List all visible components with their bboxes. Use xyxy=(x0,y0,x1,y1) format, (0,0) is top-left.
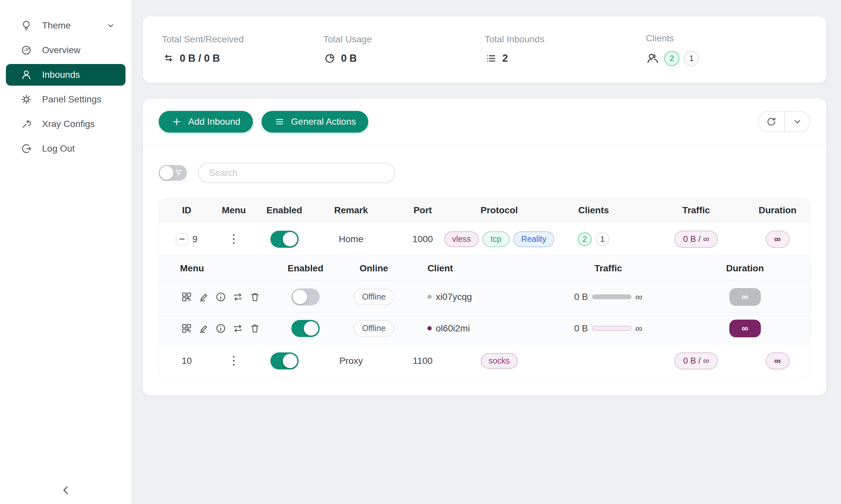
client-duration-pill[interactable]: ∞ xyxy=(729,288,761,306)
stat-label: Total Sent/Received xyxy=(162,34,323,44)
col-header-enabled: Enabled xyxy=(253,205,315,216)
plus-icon xyxy=(171,116,182,127)
stat-value: 0 B xyxy=(341,53,357,64)
refresh-button[interactable] xyxy=(758,112,784,131)
col-header-menu: Menu xyxy=(214,205,253,216)
stat-total-sent-received: Total Sent/Received 0 B / 0 B xyxy=(162,34,323,65)
sidebar-item-label: Theme xyxy=(42,20,96,31)
inbound-port: 1100 xyxy=(387,356,459,366)
sidebar-collapse-button[interactable] xyxy=(0,483,132,498)
online-status-badge: Offline xyxy=(354,320,394,337)
sidebar-item-xray-configs[interactable]: Xray Configs xyxy=(6,113,125,135)
inbounds-table: ID Menu Enabled Remark Port Protocol Cli… xyxy=(159,198,810,378)
refresh-options-button[interactable] xyxy=(784,112,810,131)
edit-icon[interactable] xyxy=(197,322,210,335)
edit-icon[interactable] xyxy=(197,290,210,304)
client-traffic-used: 0 B xyxy=(574,323,588,334)
client-row-ol60i2mi: Offline ol60i2mi 0 B ∞ ∞ xyxy=(159,312,810,344)
client-traffic-used: 0 B xyxy=(574,292,588,302)
col-header-enabled: Enabled xyxy=(270,263,341,274)
chevron-down-icon xyxy=(105,20,116,31)
row-menu-button[interactable] xyxy=(231,354,237,367)
stat-value: 2 xyxy=(502,53,508,64)
toolbar: Add Inbound General Actions xyxy=(143,111,826,132)
stats-card: Total Sent/Received 0 B / 0 B Total Usag… xyxy=(143,16,826,83)
stat-clients: Clients 2 1 xyxy=(646,33,807,66)
hamburger-icon xyxy=(274,116,285,127)
col-header-duration: Duration xyxy=(680,263,810,274)
repeat-icon[interactable] xyxy=(231,290,244,304)
chevron-left-icon xyxy=(58,483,73,498)
sidebar-item-label: Overview xyxy=(42,45,116,55)
col-header-clients: Clients xyxy=(540,205,647,216)
row-menu-button[interactable] xyxy=(231,232,237,246)
search-row xyxy=(143,146,826,183)
col-header-id: ID xyxy=(159,205,214,216)
stat-label: Total Inbounds xyxy=(484,34,646,44)
traffic-pill: 0 B / ∞ xyxy=(674,353,718,370)
traffic-progress-bar xyxy=(592,294,631,299)
client-traffic-cap: ∞ xyxy=(635,323,642,334)
clients-icon xyxy=(646,52,660,65)
client-enabled-toggle[interactable] xyxy=(291,320,320,337)
sidebar-item-log-out[interactable]: Log Out xyxy=(6,138,125,160)
clients-online-badge: 2 xyxy=(578,232,591,246)
protocol-tag-tcp: tcp xyxy=(483,231,509,247)
duration-pill[interactable]: ∞ xyxy=(766,231,789,248)
logout-icon xyxy=(20,142,33,155)
search-input[interactable] xyxy=(198,163,395,183)
toggle-knob xyxy=(160,166,173,180)
bulb-icon xyxy=(20,19,33,32)
speedometer-icon xyxy=(20,43,33,57)
inbound-row-10: 10 Proxy 1100 socks 0 B / ∞ ∞ xyxy=(159,344,810,377)
qr-code-icon[interactable] xyxy=(180,290,193,304)
stat-value: 0 B / 0 B xyxy=(180,53,220,64)
clients-total-badge: 1 xyxy=(596,232,610,246)
protocol-tag-vless: vless xyxy=(444,231,479,247)
sidebar-item-label: Log Out xyxy=(42,143,116,154)
sidebar-item-theme[interactable]: Theme xyxy=(6,15,125,36)
sidebar-item-label: Inbounds xyxy=(42,70,116,80)
refresh-split-button xyxy=(758,111,810,132)
trash-icon[interactable] xyxy=(248,322,261,335)
client-status-dot xyxy=(427,326,432,330)
swap-arrows-icon xyxy=(162,52,175,65)
inbound-id: 10 xyxy=(182,356,192,366)
sidebar-item-panel-settings[interactable]: Panel Settings xyxy=(6,89,125,110)
client-name: xi07ycqg xyxy=(435,292,472,302)
client-duration-pill[interactable]: ∞ xyxy=(729,320,761,337)
sidebar: Theme Overview Inbounds Pa xyxy=(0,0,132,504)
info-icon[interactable] xyxy=(214,290,227,304)
col-header-port: Port xyxy=(387,205,459,216)
client-enabled-toggle[interactable] xyxy=(291,288,320,305)
trash-icon[interactable] xyxy=(248,290,261,304)
funnel-icon xyxy=(174,169,182,177)
sidebar-item-overview[interactable]: Overview xyxy=(6,39,125,61)
collapse-row-button[interactable] xyxy=(176,233,188,246)
qr-code-icon[interactable] xyxy=(180,322,193,335)
main-content: Total Sent/Received 0 B / 0 B Total Usag… xyxy=(132,0,841,504)
general-actions-button[interactable]: General Actions xyxy=(261,111,368,132)
sidebar-item-label: Panel Settings xyxy=(42,94,116,105)
filter-toggle[interactable] xyxy=(159,165,187,181)
info-icon[interactable] xyxy=(214,322,227,335)
inbound-enabled-toggle[interactable] xyxy=(270,353,298,370)
add-inbound-button[interactable]: Add Inbound xyxy=(159,111,253,132)
sidebar-item-inbounds[interactable]: Inbounds xyxy=(6,64,125,86)
col-header-duration: Duration xyxy=(745,205,810,216)
client-sub-table: Menu Enabled Online Client Traffic Durat… xyxy=(159,256,810,344)
wrench-icon xyxy=(20,118,33,131)
protocol-tag-socks: socks xyxy=(481,353,518,369)
list-icon xyxy=(484,52,498,65)
inbound-remark: Proxy xyxy=(315,356,387,366)
repeat-icon[interactable] xyxy=(231,322,244,335)
col-header-traffic: Traffic xyxy=(537,263,680,274)
chevron-down-icon xyxy=(791,116,803,128)
duration-pill[interactable]: ∞ xyxy=(766,353,789,370)
clients-total-badge: 1 xyxy=(684,51,699,66)
inbound-remark: Home xyxy=(315,234,387,245)
table-header-row: ID Menu Enabled Remark Port Protocol Cli… xyxy=(159,199,810,222)
inbound-enabled-toggle[interactable] xyxy=(270,231,298,248)
stat-label: Total Usage xyxy=(323,34,484,44)
stat-total-inbounds: Total Inbounds 2 xyxy=(484,34,646,65)
